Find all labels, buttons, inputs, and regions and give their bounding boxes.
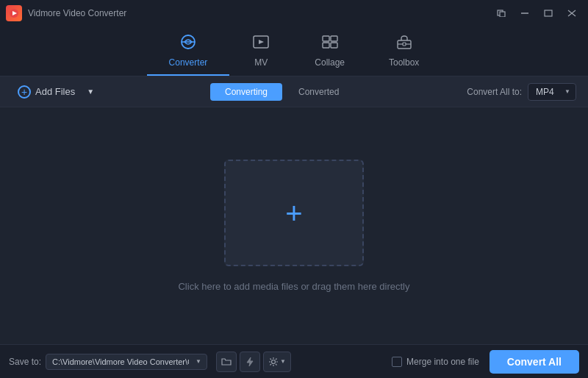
svg-rect-13: [331, 36, 337, 41]
tab-toolbox-label: Toolbox: [389, 57, 419, 68]
settings-button[interactable]: ▼: [263, 352, 291, 372]
close-button[interactable]: [562, 5, 582, 21]
svg-point-20: [272, 360, 276, 363]
add-files-button[interactable]: + Add Files: [12, 82, 81, 101]
drop-zone[interactable]: +: [224, 160, 364, 266]
convert-all-to-label: Convert All to:: [467, 87, 522, 97]
maximize-button[interactable]: [538, 5, 559, 21]
plus-icon: +: [285, 199, 302, 228]
drop-hint: Click here to add media files or drag th…: [178, 281, 409, 292]
toolbar-right: Convert All to: MP4 AVI MOV MKV WMV: [467, 83, 576, 101]
title-bar: Vidmore Video Converter: [0, 0, 588, 26]
svg-marker-11: [259, 40, 264, 44]
collage-icon: [320, 34, 340, 54]
format-select-wrap: MP4 AVI MOV MKV WMV: [528, 83, 576, 101]
settings-arrow: ▼: [280, 358, 286, 365]
merge-label[interactable]: Merge into one file: [392, 357, 479, 367]
tab-converter[interactable]: Converter: [147, 26, 230, 76]
save-left: Save to: ▼: [9, 352, 291, 372]
merge-checkbox[interactable]: [392, 357, 402, 367]
toolbar-left: + Add Files ▼: [12, 82, 97, 101]
bottom-icons: ▼: [216, 352, 291, 372]
tab-converter-label: Converter: [169, 57, 208, 68]
converting-tab[interactable]: Converting: [210, 83, 282, 101]
toolbox-icon: [395, 34, 414, 54]
open-folder-button[interactable]: [216, 352, 237, 372]
svg-rect-5: [545, 10, 552, 16]
bottom-bar: Save to: ▼: [0, 344, 588, 378]
save-to-label: Save to:: [9, 357, 41, 367]
window-controls: [491, 5, 582, 21]
converter-icon: [179, 34, 198, 54]
save-path-wrap: [46, 354, 207, 370]
tab-collage[interactable]: Collage: [293, 26, 367, 76]
svg-rect-14: [323, 43, 329, 48]
title-bar-left: Vidmore Video Converter: [6, 5, 126, 21]
convert-tabs: Converting Converted: [210, 83, 354, 101]
flash-button[interactable]: [240, 352, 260, 372]
app-logo: [6, 5, 22, 21]
tab-collage-label: Collage: [315, 57, 345, 68]
add-files-label: Add Files: [35, 86, 75, 97]
svg-rect-15: [331, 43, 337, 48]
svg-marker-19: [247, 357, 253, 366]
svg-rect-18: [403, 43, 406, 46]
app-title: Vidmore Video Converter: [28, 8, 126, 18]
tab-mv-label: MV: [254, 57, 268, 68]
converted-tab[interactable]: Converted: [284, 83, 354, 101]
tab-toolbox[interactable]: Toolbox: [367, 26, 441, 76]
add-files-dropdown[interactable]: ▼: [84, 85, 97, 99]
restore-button[interactable]: [491, 5, 512, 21]
svg-rect-3: [500, 12, 505, 17]
toolbar: + Add Files ▼ Converting Converted Conve…: [0, 76, 588, 107]
convert-all-button[interactable]: Convert All: [490, 350, 579, 374]
add-circle-icon: +: [18, 85, 31, 99]
tab-mv[interactable]: MV: [229, 26, 293, 76]
mv-icon: [251, 34, 270, 54]
tab-bar: Converter MV Collage: [0, 26, 588, 76]
minimize-button[interactable]: [514, 5, 535, 21]
main-content: + Click here to add media files or drag …: [0, 107, 588, 344]
save-path-input[interactable]: [46, 354, 207, 370]
save-right: Merge into one file Convert All: [392, 350, 579, 374]
format-select[interactable]: MP4 AVI MOV MKV WMV: [528, 83, 576, 101]
merge-text: Merge into one file: [406, 357, 479, 367]
svg-rect-12: [323, 36, 329, 41]
